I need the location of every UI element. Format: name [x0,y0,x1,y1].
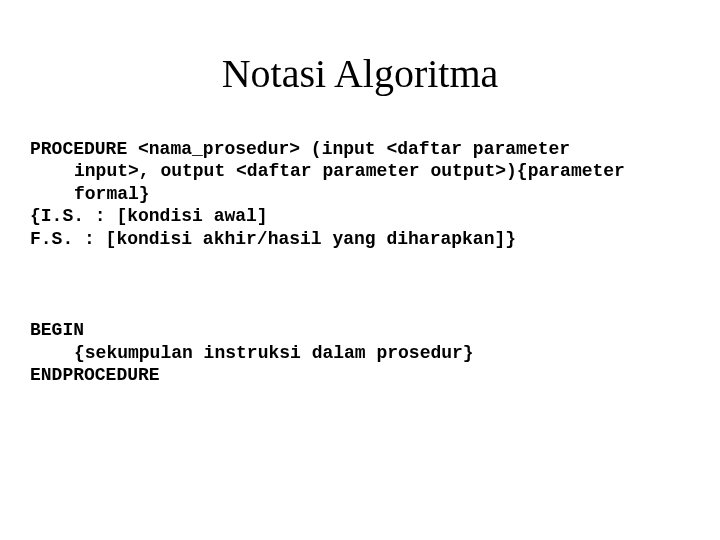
proc-line-1a: PROCEDURE <nama_prosedur> (input <daftar… [30,138,690,161]
proc-line-1b: input>, output <daftar parameter output>… [30,160,690,183]
body-line: {sekumpulan instruksi dalam prosedur} [30,342,690,365]
proc-line-1c: formal} [30,183,690,206]
procedure-body-block: BEGIN{sekumpulan instruksi dalam prosedu… [30,297,690,410]
slide-title: Notasi Algoritma [30,50,690,97]
begin-line: BEGIN [30,319,690,342]
endprocedure-line: ENDPROCEDURE [30,364,690,387]
final-state-line: F.S. : [kondisi akhir/hasil yang diharap… [30,228,690,251]
procedure-signature-block: PROCEDURE <nama_prosedur> (input <daftar… [30,115,690,273]
initial-state-line: {I.S. : [kondisi awal] [30,205,690,228]
